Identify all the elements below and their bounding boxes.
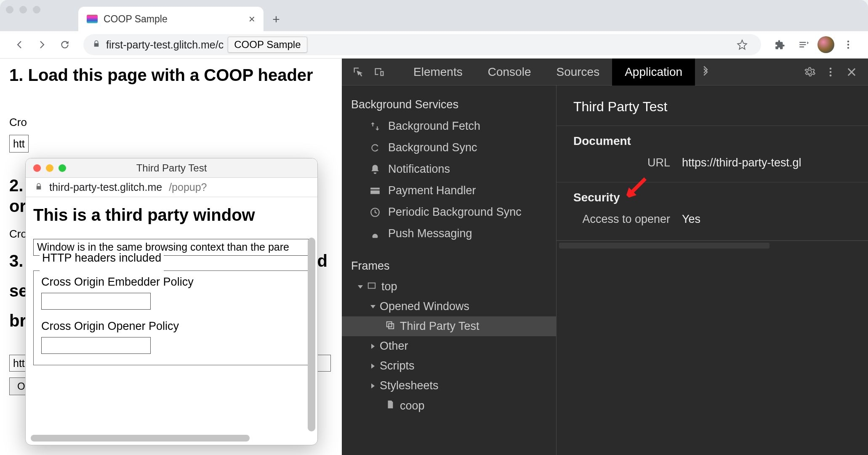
sidebar-item-label: Notifications [388, 163, 450, 176]
chrome-menu-icon[interactable] [839, 35, 858, 54]
caret-icon [358, 285, 363, 289]
sidebar-item-payment-handler[interactable]: Payment Handler [342, 180, 556, 201]
tab-favicon [87, 15, 98, 23]
panel-row-url: URL https://third-party-test.gl [573, 156, 851, 169]
tab-close-icon[interactable]: × [249, 13, 255, 26]
frame-tree-stylesheets[interactable]: Stylesheets [342, 376, 556, 396]
frame-tree-scripts[interactable]: Scripts [342, 356, 556, 376]
address-bar[interactable]: first-party-test.glitch.me/c COOP Sample [83, 34, 761, 55]
browser-tab[interactable]: COOP Sample × [78, 7, 264, 31]
profile-avatar[interactable] [817, 36, 834, 53]
forward-button[interactable] [33, 35, 51, 54]
tab-sources[interactable]: Sources [543, 59, 612, 86]
panel-section-security: Security [573, 191, 851, 204]
caret-icon [371, 364, 375, 369]
frame-tree-opened-windows[interactable]: Opened Windows [342, 297, 556, 316]
more-tabs-icon[interactable] [695, 62, 716, 83]
devtools-tabbar: Elements Console Sources Application [342, 59, 868, 86]
tab-elements[interactable]: Elements [401, 59, 475, 86]
svg-point-0 [847, 40, 849, 42]
window-close-dot[interactable] [6, 6, 13, 13]
frame-icon [367, 280, 376, 293]
url-hover-tooltip: COOP Sample [228, 37, 307, 53]
page-input-stub[interactable] [9, 135, 29, 153]
popup-address-bar[interactable]: third-party-test.glitch.me/popup? [26, 178, 317, 197]
tree-label: coop [400, 399, 425, 412]
popup-vertical-scrollbar[interactable] [308, 238, 315, 435]
tab-title: COOP Sample [104, 13, 243, 25]
back-button[interactable] [10, 35, 29, 54]
frame-tree-other[interactable]: Other [342, 336, 556, 356]
sidebar-item-background-sync[interactable]: Background Sync [342, 137, 556, 158]
popup-heading: This is a third party window [33, 206, 310, 225]
coep-input[interactable] [41, 293, 151, 310]
svg-point-3 [830, 67, 832, 70]
svg-point-4 [830, 71, 832, 73]
tree-label: Scripts [380, 359, 415, 372]
frame-tree-coop-file[interactable]: coop [342, 396, 556, 416]
popup-url-host: third-party-test.glitch.me [49, 181, 162, 193]
tree-label: Other [380, 340, 408, 353]
sidebar-item-label: Periodic Background Sync [388, 206, 522, 219]
window-zoom-dot[interactable] [33, 6, 40, 13]
page-heading-3-right: d [317, 252, 333, 270]
panel-value-url: https://third-party-test.gl [682, 156, 801, 169]
panel-row-access-opener: Access to opener Yes [573, 213, 851, 226]
page-text-stub: Cro [9, 116, 333, 129]
windows-icon [386, 320, 395, 333]
frame-tree-third-party-test[interactable]: Third Party Test [342, 316, 556, 336]
window-minimize-dot[interactable] [19, 6, 27, 13]
file-icon [386, 399, 395, 413]
svg-point-2 [847, 47, 849, 48]
panel-label-url: URL [573, 156, 670, 169]
tree-label: Stylesheets [380, 379, 439, 392]
reading-list-icon[interactable] [794, 35, 813, 54]
window-traffic-lights [6, 6, 40, 13]
tree-label: Third Party Test [400, 320, 479, 333]
sidebar-item-label: Background Sync [388, 141, 477, 154]
new-tab-button[interactable]: + [268, 11, 285, 28]
devtools-menu-icon[interactable] [820, 62, 841, 83]
address-url: first-party-test.glitch.me/c [106, 39, 224, 51]
coop-input[interactable] [41, 337, 151, 354]
sidebar-item-notifications[interactable]: Notifications [342, 158, 556, 180]
extensions-icon[interactable] [770, 35, 790, 54]
fieldset-legend: HTTP headers included [40, 252, 164, 265]
panel-divider [556, 240, 868, 241]
devtools-sidebar: Background Services Background Fetch Bac… [342, 86, 556, 455]
frame-tree-top[interactable]: top [342, 277, 556, 297]
inspect-element-icon[interactable] [348, 62, 369, 83]
tab-application[interactable]: Application [612, 59, 695, 86]
settings-gear-icon[interactable] [799, 62, 820, 83]
sidebar-item-background-fetch[interactable]: Background Fetch [342, 115, 556, 137]
panel-title: Third Party Test [556, 93, 868, 126]
browser-toolbar: first-party-test.glitch.me/c COOP Sample [0, 31, 868, 59]
caret-icon [371, 383, 375, 388]
svg-point-1 [847, 44, 849, 46]
reload-button[interactable] [56, 35, 74, 54]
sidebar-item-label: Payment Handler [388, 184, 476, 197]
star-icon[interactable] [732, 35, 752, 54]
sidebar-item-label: Background Fetch [388, 120, 480, 133]
coep-label: Cross Origin Embedder Policy [41, 276, 302, 289]
sidebar-item-push-messaging[interactable]: Push Messaging [342, 223, 556, 244]
popup-horizontal-scrollbar[interactable] [31, 435, 306, 442]
coop-label: Cross Origin Opener Policy [41, 320, 302, 333]
svg-rect-9 [389, 324, 394, 329]
browser-tab-strip: COOP Sample × + [0, 0, 868, 31]
panel-scrollbar[interactable] [559, 243, 769, 249]
tab-console[interactable]: Console [475, 59, 544, 86]
panel-label-access-opener: Access to opener [573, 213, 670, 226]
sidebar-section-frames: Frames [342, 255, 556, 277]
svg-rect-8 [387, 322, 392, 327]
page-heading-1: 1. Load this page with a COOP header [9, 64, 333, 86]
page-heading-3-left: 3. [9, 252, 23, 270]
popup-url-path: /popup? [169, 181, 207, 193]
sidebar-item-periodic-bg-sync[interactable]: Periodic Background Sync [342, 201, 556, 223]
caret-icon [371, 344, 375, 349]
popup-title: Third Party Test [26, 162, 317, 174]
svg-point-5 [830, 74, 832, 76]
popup-titlebar[interactable]: Third Party Test [26, 158, 317, 178]
devtools-close-icon[interactable] [841, 62, 862, 83]
device-toolbar-icon[interactable] [369, 62, 390, 83]
